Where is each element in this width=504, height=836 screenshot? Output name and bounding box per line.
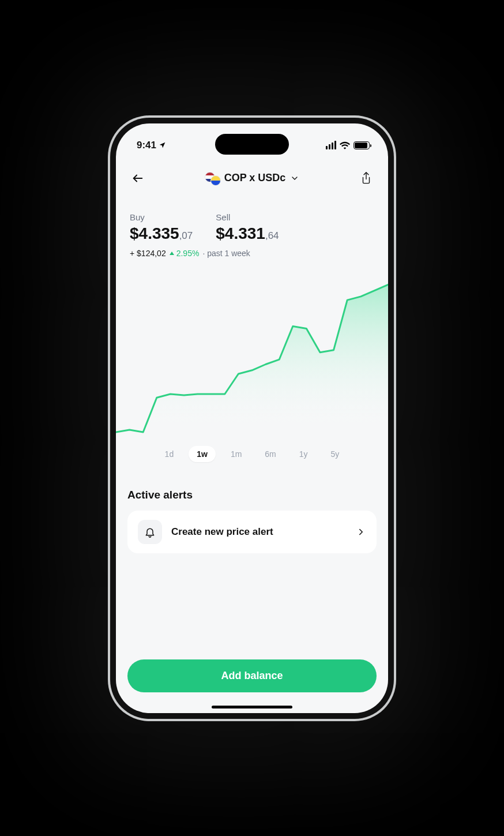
- bell-icon-box: [138, 520, 162, 544]
- delta-pct-text: 2.95%: [176, 249, 200, 258]
- share-icon: [360, 172, 372, 185]
- delta-abs: + $124,02: [130, 249, 166, 258]
- dynamic-island: [215, 134, 289, 155]
- chevron-down-icon: [290, 174, 299, 183]
- delta-row: + $124,02 2.95% · past 1 week: [116, 243, 388, 258]
- triangle-up-icon: [170, 252, 174, 255]
- pair-flags-icon: [205, 172, 220, 185]
- range-tab-1w[interactable]: 1w: [189, 446, 216, 462]
- wifi-icon: [340, 141, 350, 149]
- add-balance-button[interactable]: Add balance: [127, 659, 377, 692]
- alerts-title: Active alerts: [127, 489, 377, 501]
- alerts-section: Active alerts Create new price alert: [116, 462, 388, 553]
- bell-icon: [144, 526, 156, 538]
- home-indicator[interactable]: [212, 706, 292, 708]
- range-tabs: 1d1w1m6m1y5y: [116, 446, 388, 462]
- chart-svg: [116, 274, 388, 436]
- sell-decimal: ,64: [265, 230, 279, 241]
- phone-bezel: 9:41 COP x USDc: [110, 118, 394, 719]
- price-chart[interactable]: [116, 274, 388, 436]
- sell-label: Sell: [216, 212, 279, 222]
- chevron-right-icon: [356, 527, 366, 537]
- phone-frame: 9:41 COP x USDc: [108, 115, 396, 721]
- status-time-text: 9:41: [137, 140, 156, 151]
- arrow-left-icon: [131, 172, 144, 185]
- delta-period: · past 1 week: [202, 249, 250, 258]
- buy-price-block: Buy $4.335,07: [130, 212, 193, 243]
- range-tab-1m[interactable]: 1m: [223, 446, 250, 462]
- pair-selector[interactable]: COP x USDc: [205, 172, 300, 185]
- prices-row: Buy $4.335,07 Sell $4.331,64: [116, 192, 388, 243]
- buy-whole: $4.335: [130, 224, 179, 242]
- range-tab-1d[interactable]: 1d: [157, 446, 182, 462]
- status-time: 9:41: [137, 140, 166, 151]
- create-alert-label: Create new price alert: [171, 526, 347, 538]
- buy-decimal: ,07: [179, 230, 193, 241]
- sell-whole: $4.331: [216, 224, 265, 242]
- battery-icon: [353, 141, 370, 149]
- location-icon: [159, 141, 166, 149]
- app-header: COP x USDc: [116, 163, 388, 192]
- create-alert-row[interactable]: Create new price alert: [127, 511, 377, 553]
- buy-value: $4.335,07: [130, 224, 193, 243]
- range-tab-6m[interactable]: 6m: [257, 446, 284, 462]
- cellular-icon: [326, 141, 336, 149]
- buy-label: Buy: [130, 212, 193, 222]
- app-screen: 9:41 COP x USDc: [116, 123, 388, 713]
- range-tab-5y[interactable]: 5y: [323, 446, 348, 462]
- delta-pct: 2.95%: [170, 249, 200, 258]
- add-balance-label: Add balance: [221, 670, 283, 681]
- range-tab-1y[interactable]: 1y: [291, 446, 316, 462]
- pair-label: COP x USDc: [224, 172, 286, 184]
- sell-price-block: Sell $4.331,64: [216, 212, 279, 243]
- sell-value: $4.331,64: [216, 224, 279, 243]
- back-button[interactable]: [129, 169, 147, 188]
- status-right: [326, 141, 370, 149]
- share-button[interactable]: [357, 169, 375, 188]
